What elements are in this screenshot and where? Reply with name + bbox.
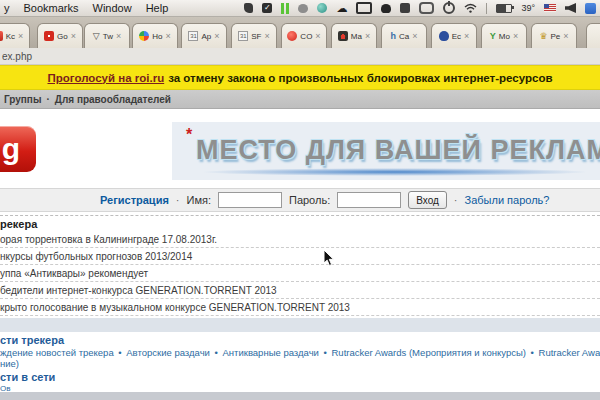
tab-close-icon[interactable]: × xyxy=(464,32,469,40)
ad-banner[interactable]: * МЕСТО ДЛЯ ВАШЕЙ РЕКЛАМЫ xyxy=(172,122,600,180)
tab-close-icon[interactable]: × xyxy=(18,32,23,40)
menu-bookmarks[interactable]: Bookmarks xyxy=(24,2,79,14)
bear-icon[interactable] xyxy=(298,4,308,13)
browser-tab[interactable]: Ho × xyxy=(132,23,178,48)
tab-close-icon[interactable]: × xyxy=(264,32,269,40)
groups-link[interactable]: Группы xyxy=(4,94,41,105)
tracker-news-links: ждение новостей трекера • Авторские разд… xyxy=(0,347,600,358)
news-item-link[interactable]: нкурсы футбольных прогнозов 2013/2014 xyxy=(0,249,600,265)
tab-close-icon[interactable]: × xyxy=(165,32,170,40)
tab-close-icon[interactable]: × xyxy=(71,32,76,40)
power-icon[interactable] xyxy=(443,2,455,14)
tab-close-icon[interactable]: × xyxy=(513,32,518,40)
tab-label: Go xyxy=(57,32,68,41)
url-fragment: ex.php xyxy=(2,51,32,62)
news-item-link[interactable]: уппа «Антиквары» рекомендует xyxy=(0,266,600,282)
password-field[interactable] xyxy=(337,192,401,208)
news-item-link[interactable]: бедители интернет-конкурса GENERATION.TO… xyxy=(0,283,600,299)
forgot-password-link[interactable]: Забыли пароль? xyxy=(465,194,550,206)
browser-tab[interactable]: ♛ Pe × xyxy=(531,23,577,48)
browser-tab[interactable]: ▽ Tw × xyxy=(84,23,130,48)
favicon-dark-red-icon xyxy=(338,31,348,41)
bullet-separator: • xyxy=(322,347,329,358)
section-band xyxy=(0,318,600,332)
section-link-wrapped-tail[interactable]: ние) xyxy=(0,358,19,369)
section-link[interactable]: Антикварные раздачи xyxy=(223,347,319,358)
cloud-icon[interactable]: ☁ xyxy=(336,3,347,14)
tab-label: Ho xyxy=(152,32,162,41)
section-link[interactable]: Rutracker Awards (Мероприятия и конкурсы… xyxy=(332,347,526,358)
bottom-band xyxy=(0,392,600,400)
address-bar[interactable]: ex.php xyxy=(0,48,600,65)
tab-close-icon[interactable]: × xyxy=(315,32,320,40)
site-nav-bar: Группы · Для правообладателей xyxy=(0,90,600,109)
favicon-red-dot-icon xyxy=(44,31,54,41)
tab-close-icon[interactable]: × xyxy=(563,32,568,40)
clock-widget-icon[interactable] xyxy=(585,3,596,14)
favicon-plant-icon: Y xyxy=(490,31,496,41)
name-label: Имя: xyxy=(186,194,210,206)
chat-bubble-icon[interactable] xyxy=(419,2,434,14)
equalizer-icon[interactable] xyxy=(281,3,289,14)
bullet-separator: • xyxy=(116,347,123,358)
news-item-link[interactable]: крыто голосование в музыкальном конкурсе… xyxy=(0,300,600,316)
browser-tab[interactable] xyxy=(586,23,600,49)
section-link[interactable]: ждение новостей трекера xyxy=(0,347,114,358)
login-separator: · xyxy=(176,194,180,206)
display-icon[interactable] xyxy=(356,2,372,14)
section-link[interactable]: Rutracker Awards xyxy=(539,347,600,358)
login-bar: Регистрация · Имя: Пароль: Вход · Забыли… xyxy=(0,188,600,212)
notice-banner: Проголосуй на roi.ru за отмену закона о … xyxy=(0,65,600,90)
browser-tab[interactable]: Y Mo × xyxy=(481,23,527,48)
favicon-h-letter-icon: h xyxy=(391,31,397,41)
menu-help[interactable]: Help xyxy=(146,2,169,14)
tab-label: Ca xyxy=(399,32,409,41)
tab-label: CO xyxy=(300,32,312,41)
bullet-separator: • xyxy=(529,347,536,358)
browser-tab[interactable]: CO × xyxy=(281,23,327,48)
checkbox-icon[interactable]: ✓ xyxy=(262,3,272,13)
browser-tab-bar: Kc × Go × ▽ Tw × Ho × 31 Ap × 31 SF × xyxy=(0,17,600,48)
favicon-red-square-icon xyxy=(0,31,3,41)
site-logo[interactable]: g xyxy=(0,126,36,172)
paw-icon[interactable] xyxy=(381,4,391,13)
browser-tab[interactable]: 31 SF × xyxy=(231,23,277,48)
menu-window[interactable]: Window xyxy=(93,2,132,14)
browser-tab[interactable]: Kc × xyxy=(0,23,30,48)
news-heading: рекера xyxy=(0,218,37,230)
roi-vote-link[interactable]: Проголосуй на roi.ru xyxy=(47,72,164,84)
username-field[interactable] xyxy=(218,192,282,208)
globe-icon[interactable] xyxy=(317,3,327,13)
us-flag-icon[interactable] xyxy=(544,4,556,12)
browser-tab[interactable]: Ec × xyxy=(431,23,477,48)
login-button[interactable]: Вход xyxy=(408,191,447,209)
tab-close-icon[interactable]: × xyxy=(412,32,417,40)
menu-history-partial[interactable]: y xyxy=(4,2,10,14)
browser-tab[interactable]: 31 Ap × xyxy=(181,23,227,48)
volume-icon[interactable] xyxy=(565,3,576,13)
browser-tab[interactable]: Ma × xyxy=(331,23,377,48)
app-square-icon[interactable] xyxy=(400,3,410,13)
browser-tab[interactable]: h Ca × xyxy=(381,23,427,48)
wifi-icon[interactable] xyxy=(464,3,477,13)
browser-tab[interactable]: Go × xyxy=(37,23,83,48)
battery-icon[interactable] xyxy=(496,4,512,13)
favicon-red-circle-icon xyxy=(287,31,297,41)
logo-letter: g xyxy=(2,132,20,166)
tab-close-icon[interactable]: × xyxy=(214,32,219,40)
news-item-link[interactable]: орая торрентовка в Калининграде 17.08.20… xyxy=(0,232,600,248)
temperature-label[interactable]: 39° xyxy=(521,3,535,13)
hand-icon[interactable] xyxy=(244,3,253,13)
screen: y Bookmarks Window Help ✓ ☁ 39° xyxy=(0,0,600,400)
tab-close-icon[interactable]: × xyxy=(365,32,370,40)
rightholders-link[interactable]: Для правообладателей xyxy=(55,94,171,105)
tab-label: Pe xyxy=(551,32,561,41)
register-link[interactable]: Регистрация xyxy=(100,194,169,206)
tab-close-icon[interactable]: × xyxy=(116,32,121,40)
section-link[interactable]: Авторские раздачи xyxy=(126,347,210,358)
nav-separator: · xyxy=(46,94,49,105)
tab-label: SF xyxy=(251,32,261,41)
tab-label: Ma xyxy=(351,32,362,41)
tracker-news-heading: сти трекера xyxy=(0,334,64,346)
favicon-calendar-icon: 31 xyxy=(188,31,198,41)
